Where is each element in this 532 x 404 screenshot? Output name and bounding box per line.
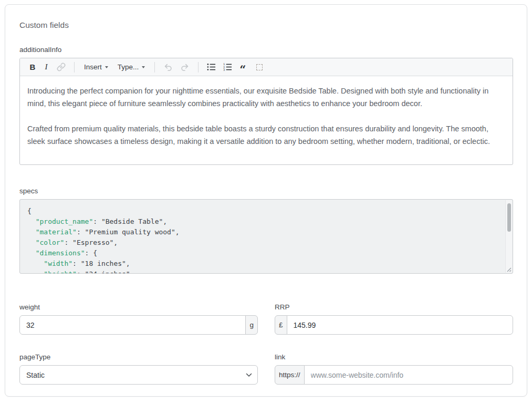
page-type-label: pageType [19, 353, 258, 361]
blockquote-button[interactable]: “ [236, 60, 249, 74]
bullet-list-button[interactable] [204, 60, 219, 74]
insert-dropdown[interactable]: Insert [80, 60, 112, 74]
field-link: link https:// [275, 353, 513, 385]
weight-label: weight [19, 303, 258, 311]
undo-icon [163, 63, 173, 72]
type-dropdown-label: Type... [118, 63, 139, 71]
link-icon [57, 63, 66, 71]
protocol-addon: https:// [275, 365, 305, 385]
link-button[interactable] [54, 60, 69, 74]
field-specs: specs { "product_name": "Bedside Table",… [19, 187, 513, 274]
caret-down-icon [105, 66, 108, 68]
editor-paragraph: Crafted from premium quality materials, … [27, 122, 505, 148]
custom-fields-card: Custom fields additionalInfo B I Insert … [5, 4, 527, 397]
bullet-list-icon [207, 63, 216, 71]
link-label: link [275, 353, 513, 361]
svg-text:3: 3 [223, 68, 225, 71]
field-additional-info: additionalInfo B I Insert Type... [19, 46, 513, 165]
numbered-list-icon: 123 [223, 63, 232, 71]
rrp-input[interactable] [287, 315, 513, 335]
caret-down-icon [142, 66, 145, 68]
rich-text-editor: B I Insert Type... [19, 58, 513, 165]
redo-button[interactable] [177, 60, 193, 74]
field-page-type: pageType Static [19, 353, 258, 385]
toolbar-separator [198, 62, 199, 72]
italic-button[interactable]: I [40, 60, 53, 74]
toolbar-separator [154, 62, 155, 72]
specs-scrollbar[interactable] [505, 200, 512, 273]
scrollbar-thumb[interactable] [507, 203, 511, 232]
insert-dropdown-label: Insert [84, 63, 102, 71]
specs-code: { "product_name": "Bedside Table", "mate… [20, 200, 513, 274]
pageType-select[interactable]: Static [19, 365, 258, 385]
blockquote-icon: “ [239, 67, 246, 72]
editor-toolbar: B I Insert Type... [20, 58, 513, 76]
weight-input[interactable] [19, 315, 246, 335]
bold-button[interactable]: B [26, 60, 39, 74]
page-title: Custom fields [19, 20, 513, 30]
specs-textarea[interactable]: { "product_name": "Bedside Table", "mate… [19, 199, 513, 274]
redo-icon [180, 63, 190, 72]
fields-grid: weight g RRP £ pageType Static link [19, 303, 513, 385]
toolbar-separator [74, 62, 75, 72]
field-rrp: RRP £ [275, 303, 513, 335]
numbered-list-button[interactable]: 123 [220, 60, 235, 74]
nonbreaking-space-button[interactable] [253, 60, 266, 74]
field-weight: weight g [19, 303, 258, 335]
resize-handle-icon[interactable] [506, 267, 512, 272]
weight-unit-addon: g [245, 315, 258, 335]
currency-addon: £ [275, 315, 287, 335]
undo-button[interactable] [160, 60, 176, 74]
dashed-square-icon [256, 64, 263, 70]
rich-text-content[interactable]: Introducing the perfect companion for yo… [20, 76, 513, 164]
rrp-label: RRP [275, 303, 513, 311]
link-input[interactable] [304, 365, 513, 385]
additional-info-label: additionalInfo [19, 46, 513, 54]
editor-paragraph: Introducing the perfect companion for yo… [27, 85, 505, 110]
type-dropdown[interactable]: Type... [113, 60, 150, 74]
specs-label: specs [19, 187, 513, 195]
